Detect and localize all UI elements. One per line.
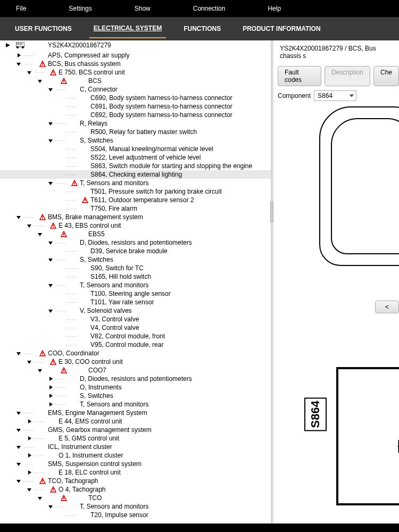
tree-item[interactable]: ······E 5, GMS control unit [0,434,271,443]
tree-item[interactable]: ······S864, Checking external lighting [0,170,271,179]
expand-icon[interactable] [37,78,43,84]
expand-icon[interactable] [37,495,43,501]
tree-item[interactable]: BCS [0,77,271,85]
tree-item[interactable]: ······S90, Switch for TC [0,264,271,272]
expand-icon[interactable] [48,393,53,398]
tree-item[interactable]: ······R, Relays [0,119,271,128]
expand-icon[interactable] [16,444,21,450]
expand-icon[interactable] [27,359,32,364]
menu-connection[interactable]: Connection [193,5,226,12]
expand-icon[interactable] [48,138,53,143]
tree-item[interactable]: ······S863, Switch module for starting a… [0,162,271,170]
tree-item[interactable]: ······TCO, Tachograph [0,477,271,485]
expand-icon[interactable] [27,223,32,228]
tree-item[interactable]: ······T, Sensors and monitors [0,502,271,511]
fault-codes-button[interactable]: Fault codes [278,66,321,86]
expand-icon[interactable] [16,53,21,58]
expand-icon[interactable] [16,461,21,467]
expand-icon[interactable] [16,410,21,415]
tree-item[interactable]: ······T, Sensors and monitors [0,400,271,409]
tree-item[interactable]: ······ICL, Instrument cluster [0,443,271,451]
tree-item[interactable]: ······E 750, BCS control unit [0,68,271,77]
tree-item[interactable]: ······S504, Manual kneeling/normal vehic… [0,145,271,153]
tree-panel[interactable]: YS2K4X20001867279 ······APS, Compressed … [0,40,271,532]
expand-icon[interactable] [16,427,21,433]
tree-item[interactable]: ······BMS, Brake management system [0,213,271,221]
tree-item[interactable]: ······E 30, COO control unit [0,358,271,366]
expand-icon[interactable] [27,487,32,492]
tree-item[interactable]: ······T750, Fire alarm [0,204,271,213]
expand-icon[interactable] [48,402,53,407]
tree-item[interactable]: ······S165, Hill hold switch [0,272,271,281]
expand-icon[interactable] [37,231,43,237]
tree-item[interactable]: ······D, Diodes, resistors and potentiom… [0,375,271,383]
tree-item[interactable]: ······S522, Level adjustment of vehicle … [0,153,271,162]
expand-icon[interactable] [37,368,43,373]
splitter-handle[interactable] [270,201,273,222]
tree-item[interactable]: ······V3, Control valve [0,315,271,323]
tree-item[interactable]: TCO [0,494,271,502]
tree-item[interactable]: ······O, Instruments [0,383,271,392]
tree-item[interactable]: ······E 18, ELC control unit [0,468,271,477]
menu-settings[interactable]: Settings [69,5,92,12]
tab-product-information[interactable]: PRODUCT INFORMATION [238,20,325,38]
expand-icon[interactable] [5,43,11,48]
tree-item[interactable]: ······V, Solenoid valves [0,306,271,315]
expand-icon[interactable] [16,351,21,356]
expand-icon[interactable] [48,504,53,509]
tree-item[interactable]: ······R500, Relay for battery master swi… [0,128,271,136]
expand-icon[interactable] [27,419,32,424]
tree-item[interactable]: ······T611, Outdoor temperature sensor 2 [0,196,271,204]
tree-item[interactable]: ······T501, Pressure switch for parking … [0,187,271,196]
component-select[interactable]: S864 [314,90,356,101]
expand-icon[interactable] [48,385,53,390]
tree-item[interactable]: ······T20, Impulse sensor [0,511,271,519]
tree-item[interactable]: ······T100, Steering angle sensor [0,289,271,298]
tree-item[interactable]: ······T, Sensors and monitors [0,179,271,187]
tree-item[interactable]: EBS5 [0,230,271,238]
tree-item[interactable]: ······C690, Body system harness-to-harne… [0,94,271,102]
tree-item[interactable]: ······D, Diodes, resistors and potentiom… [0,238,271,247]
expand-icon[interactable] [48,180,53,186]
expand-icon[interactable] [48,257,53,262]
tree-item[interactable]: ······BCS, Bus chassis system [0,60,271,68]
expand-icon[interactable] [48,308,53,313]
tree-item[interactable]: ······COO, Coordinator [0,349,271,358]
tree-item[interactable]: ······O 1, Instrument cluster [0,451,271,460]
tree-item[interactable]: ······T101, Yaw rate sensor [0,298,271,306]
tree-item[interactable]: ······SMS, Suspension control system [0,460,271,468]
tree-item[interactable]: ······C691, Body system harness-to-harne… [0,102,271,111]
expand-icon[interactable] [16,61,21,66]
tab-user-functions[interactable]: USER FUNCTIONS [11,20,76,38]
tree-item[interactable]: ······APS, Compressed air supply [0,51,271,60]
expand-icon[interactable] [27,470,32,475]
expand-icon[interactable] [48,376,53,381]
tree-item[interactable]: ······V4, Control valve [0,323,271,332]
tree-item[interactable]: ······E 43, EBS control unit [0,221,271,230]
tree-item[interactable]: ······S, Switches [0,392,271,400]
tree-item[interactable]: ······C692, Body system harness-to-harne… [0,111,271,119]
menu-show[interactable]: Show [135,5,151,12]
tree-item[interactable]: ······E 44, EMS control unit [0,417,271,426]
tab-electrical-system[interactable]: ELECTRICAL SYSTEM [89,19,166,38]
expand-icon[interactable] [48,87,53,92]
tree-item[interactable]: ······GMS, Gearbox management system [0,426,271,434]
che-button[interactable]: Che [373,66,399,86]
tree-item[interactable]: ······D39, Service brake module [0,247,271,255]
tree-item[interactable]: ······EMS, Engine Management System [0,409,271,417]
expand-icon[interactable] [16,478,21,484]
tree-header[interactable]: YS2K4X20001867279 [0,40,271,50]
expand-icon[interactable] [48,282,53,288]
tree-item[interactable]: COO7 [0,366,271,375]
tree-item[interactable]: ······S, Switches [0,255,271,264]
collapse-button[interactable]: < [375,301,399,313]
expand-icon[interactable] [16,214,21,220]
tree-item[interactable]: ······T, Sensors and monitors [0,281,271,289]
tree-item[interactable]: ······V82, Control module, front [0,332,271,340]
expand-icon[interactable] [27,70,32,75]
tree-item[interactable]: ······O 4, Tachograph [0,485,271,494]
tree-item[interactable]: ······V95, Control module, rear [0,340,271,349]
tree-item[interactable]: ······S, Switches [0,136,271,145]
expand-icon[interactable] [27,436,32,441]
menu-help[interactable]: Help [268,5,281,12]
